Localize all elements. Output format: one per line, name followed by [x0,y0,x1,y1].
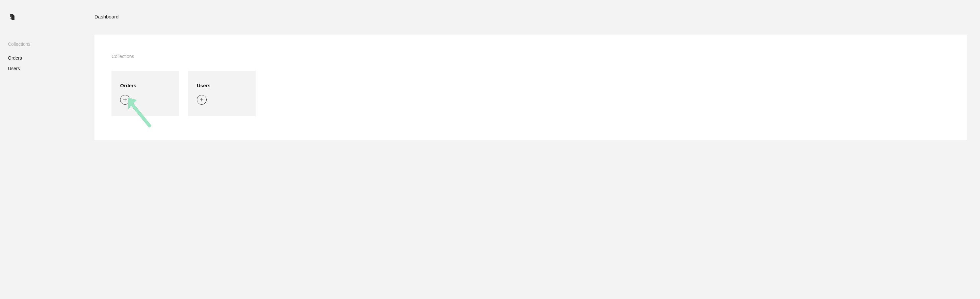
sidebar-section-heading: Collections [8,42,86,47]
cards-row: Orders Users [111,71,950,116]
add-button-orders[interactable] [120,95,130,105]
logo-icon [8,13,16,21]
collection-card-users[interactable]: Users [188,71,256,116]
add-button-users[interactable] [197,95,207,105]
card-title: Users [197,83,247,88]
sidebar-item-users[interactable]: Users [8,63,86,74]
plus-icon [200,98,204,101]
sidebar: Collections Orders Users [0,0,94,153]
sidebar-item-orders[interactable]: Orders [8,53,86,63]
collection-card-orders[interactable]: Orders [111,71,179,116]
sidebar-item-label: Orders [8,55,22,61]
panel-section-heading: Collections [111,54,950,59]
main-content: Dashboard Collections Orders Users [94,0,980,153]
sidebar-item-label: Users [8,66,20,71]
card-title: Orders [120,83,170,88]
plus-icon [123,98,127,101]
page-title: Dashboard [94,14,967,19]
logo[interactable] [8,13,86,22]
content-panel: Collections Orders Users [94,35,967,140]
